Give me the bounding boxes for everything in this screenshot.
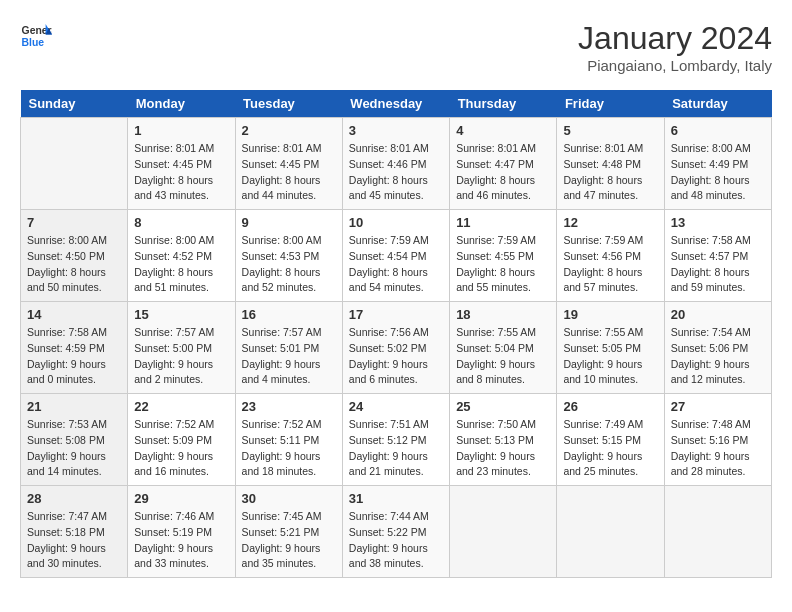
calendar-cell: 15 Sunrise: 7:57 AMSunset: 5:00 PMDaylig…	[128, 302, 235, 394]
calendar-cell: 27 Sunrise: 7:48 AMSunset: 5:16 PMDaylig…	[664, 394, 771, 486]
calendar-week-row: 7 Sunrise: 8:00 AMSunset: 4:50 PMDayligh…	[21, 210, 772, 302]
day-number: 7	[27, 215, 121, 230]
day-info: Sunrise: 7:55 AMSunset: 5:05 PMDaylight:…	[563, 325, 657, 388]
day-info: Sunrise: 7:47 AMSunset: 5:18 PMDaylight:…	[27, 509, 121, 572]
day-number: 29	[134, 491, 228, 506]
calendar-cell: 5 Sunrise: 8:01 AMSunset: 4:48 PMDayligh…	[557, 118, 664, 210]
day-number: 31	[349, 491, 443, 506]
calendar-cell: 9 Sunrise: 8:00 AMSunset: 4:53 PMDayligh…	[235, 210, 342, 302]
calendar-cell	[557, 486, 664, 578]
day-info: Sunrise: 7:45 AMSunset: 5:21 PMDaylight:…	[242, 509, 336, 572]
day-info: Sunrise: 7:46 AMSunset: 5:19 PMDaylight:…	[134, 509, 228, 572]
day-number: 15	[134, 307, 228, 322]
day-info: Sunrise: 7:56 AMSunset: 5:02 PMDaylight:…	[349, 325, 443, 388]
calendar-cell: 21 Sunrise: 7:53 AMSunset: 5:08 PMDaylig…	[21, 394, 128, 486]
calendar-cell: 28 Sunrise: 7:47 AMSunset: 5:18 PMDaylig…	[21, 486, 128, 578]
calendar-cell: 25 Sunrise: 7:50 AMSunset: 5:13 PMDaylig…	[450, 394, 557, 486]
calendar-cell: 16 Sunrise: 7:57 AMSunset: 5:01 PMDaylig…	[235, 302, 342, 394]
day-info: Sunrise: 7:49 AMSunset: 5:15 PMDaylight:…	[563, 417, 657, 480]
day-number: 23	[242, 399, 336, 414]
day-number: 9	[242, 215, 336, 230]
day-number: 20	[671, 307, 765, 322]
logo: General Blue	[20, 20, 52, 52]
page-header: General Blue January 2024 Piangaiano, Lo…	[20, 20, 772, 74]
calendar-cell: 12 Sunrise: 7:59 AMSunset: 4:56 PMDaylig…	[557, 210, 664, 302]
day-info: Sunrise: 8:01 AMSunset: 4:47 PMDaylight:…	[456, 141, 550, 204]
day-info: Sunrise: 7:57 AMSunset: 5:01 PMDaylight:…	[242, 325, 336, 388]
calendar-cell: 2 Sunrise: 8:01 AMSunset: 4:45 PMDayligh…	[235, 118, 342, 210]
calendar-table: SundayMondayTuesdayWednesdayThursdayFrid…	[20, 90, 772, 578]
calendar-cell: 3 Sunrise: 8:01 AMSunset: 4:46 PMDayligh…	[342, 118, 449, 210]
day-number: 27	[671, 399, 765, 414]
day-info: Sunrise: 7:59 AMSunset: 4:54 PMDaylight:…	[349, 233, 443, 296]
day-info: Sunrise: 7:55 AMSunset: 5:04 PMDaylight:…	[456, 325, 550, 388]
calendar-week-row: 21 Sunrise: 7:53 AMSunset: 5:08 PMDaylig…	[21, 394, 772, 486]
day-number: 12	[563, 215, 657, 230]
calendar-cell: 31 Sunrise: 7:44 AMSunset: 5:22 PMDaylig…	[342, 486, 449, 578]
day-number: 11	[456, 215, 550, 230]
calendar-cell: 6 Sunrise: 8:00 AMSunset: 4:49 PMDayligh…	[664, 118, 771, 210]
calendar-cell	[664, 486, 771, 578]
day-info: Sunrise: 8:00 AMSunset: 4:49 PMDaylight:…	[671, 141, 765, 204]
calendar-cell: 24 Sunrise: 7:51 AMSunset: 5:12 PMDaylig…	[342, 394, 449, 486]
calendar-cell: 1 Sunrise: 8:01 AMSunset: 4:45 PMDayligh…	[128, 118, 235, 210]
day-number: 5	[563, 123, 657, 138]
day-info: Sunrise: 7:59 AMSunset: 4:56 PMDaylight:…	[563, 233, 657, 296]
day-info: Sunrise: 8:00 AMSunset: 4:52 PMDaylight:…	[134, 233, 228, 296]
day-info: Sunrise: 7:54 AMSunset: 5:06 PMDaylight:…	[671, 325, 765, 388]
day-info: Sunrise: 7:52 AMSunset: 5:09 PMDaylight:…	[134, 417, 228, 480]
calendar-week-row: 1 Sunrise: 8:01 AMSunset: 4:45 PMDayligh…	[21, 118, 772, 210]
day-info: Sunrise: 7:51 AMSunset: 5:12 PMDaylight:…	[349, 417, 443, 480]
day-number: 14	[27, 307, 121, 322]
header-sunday: Sunday	[21, 90, 128, 118]
calendar-cell: 23 Sunrise: 7:52 AMSunset: 5:11 PMDaylig…	[235, 394, 342, 486]
day-number: 4	[456, 123, 550, 138]
location: Piangaiano, Lombardy, Italy	[578, 57, 772, 74]
day-number: 26	[563, 399, 657, 414]
day-number: 18	[456, 307, 550, 322]
calendar-cell: 14 Sunrise: 7:58 AMSunset: 4:59 PMDaylig…	[21, 302, 128, 394]
day-number: 3	[349, 123, 443, 138]
calendar-cell: 4 Sunrise: 8:01 AMSunset: 4:47 PMDayligh…	[450, 118, 557, 210]
calendar-cell: 19 Sunrise: 7:55 AMSunset: 5:05 PMDaylig…	[557, 302, 664, 394]
day-info: Sunrise: 7:59 AMSunset: 4:55 PMDaylight:…	[456, 233, 550, 296]
day-info: Sunrise: 7:58 AMSunset: 4:59 PMDaylight:…	[27, 325, 121, 388]
day-info: Sunrise: 8:01 AMSunset: 4:45 PMDaylight:…	[134, 141, 228, 204]
day-info: Sunrise: 8:01 AMSunset: 4:48 PMDaylight:…	[563, 141, 657, 204]
day-info: Sunrise: 8:00 AMSunset: 4:50 PMDaylight:…	[27, 233, 121, 296]
day-number: 6	[671, 123, 765, 138]
calendar-cell: 13 Sunrise: 7:58 AMSunset: 4:57 PMDaylig…	[664, 210, 771, 302]
calendar-cell: 30 Sunrise: 7:45 AMSunset: 5:21 PMDaylig…	[235, 486, 342, 578]
day-info: Sunrise: 8:01 AMSunset: 4:45 PMDaylight:…	[242, 141, 336, 204]
calendar-cell: 11 Sunrise: 7:59 AMSunset: 4:55 PMDaylig…	[450, 210, 557, 302]
calendar-cell: 10 Sunrise: 7:59 AMSunset: 4:54 PMDaylig…	[342, 210, 449, 302]
day-number: 22	[134, 399, 228, 414]
day-number: 24	[349, 399, 443, 414]
header-monday: Monday	[128, 90, 235, 118]
header-saturday: Saturday	[664, 90, 771, 118]
day-info: Sunrise: 8:01 AMSunset: 4:46 PMDaylight:…	[349, 141, 443, 204]
header-friday: Friday	[557, 90, 664, 118]
header-wednesday: Wednesday	[342, 90, 449, 118]
calendar-cell	[21, 118, 128, 210]
logo-icon: General Blue	[20, 20, 52, 52]
day-number: 16	[242, 307, 336, 322]
calendar-cell: 17 Sunrise: 7:56 AMSunset: 5:02 PMDaylig…	[342, 302, 449, 394]
calendar-cell: 22 Sunrise: 7:52 AMSunset: 5:09 PMDaylig…	[128, 394, 235, 486]
day-number: 1	[134, 123, 228, 138]
day-info: Sunrise: 7:58 AMSunset: 4:57 PMDaylight:…	[671, 233, 765, 296]
month-title: January 2024	[578, 20, 772, 57]
day-number: 19	[563, 307, 657, 322]
header-tuesday: Tuesday	[235, 90, 342, 118]
svg-text:Blue: Blue	[22, 37, 45, 48]
header-thursday: Thursday	[450, 90, 557, 118]
day-number: 25	[456, 399, 550, 414]
title-block: January 2024 Piangaiano, Lombardy, Italy	[578, 20, 772, 74]
calendar-cell: 20 Sunrise: 7:54 AMSunset: 5:06 PMDaylig…	[664, 302, 771, 394]
calendar-week-row: 28 Sunrise: 7:47 AMSunset: 5:18 PMDaylig…	[21, 486, 772, 578]
day-number: 13	[671, 215, 765, 230]
calendar-cell: 29 Sunrise: 7:46 AMSunset: 5:19 PMDaylig…	[128, 486, 235, 578]
calendar-cell: 18 Sunrise: 7:55 AMSunset: 5:04 PMDaylig…	[450, 302, 557, 394]
day-number: 28	[27, 491, 121, 506]
calendar-cell: 8 Sunrise: 8:00 AMSunset: 4:52 PMDayligh…	[128, 210, 235, 302]
